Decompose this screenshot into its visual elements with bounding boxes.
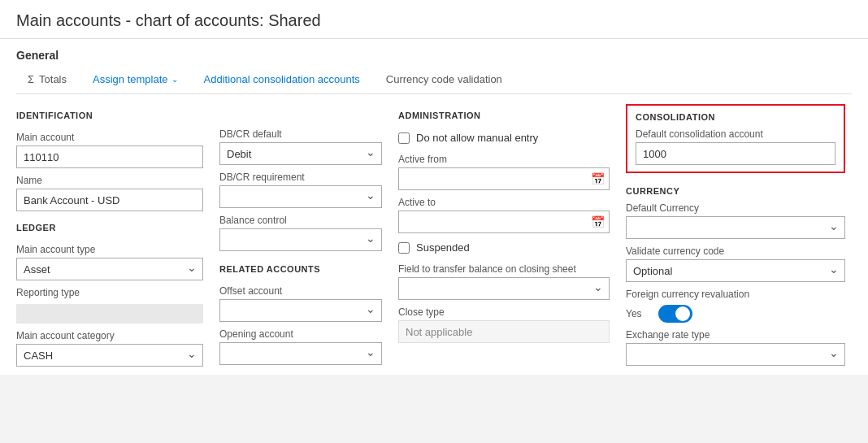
tabs-bar: Σ Totals Assign template ⌄ Additional co… [16,67,852,94]
validate-currency-wrapper[interactable]: Optional Yes No [626,259,845,282]
db-cr-requirement-select[interactable] [219,185,382,208]
main-account-category-wrapper[interactable]: CASH [16,344,203,367]
foreign-revaluation-toggle[interactable] [658,305,692,323]
currency-group-label: CURRENCY [626,186,845,196]
active-to-label: Active to [398,197,610,208]
main-account-label: Main account [16,132,203,143]
sigma-icon: Σ [28,73,34,85]
active-to-wrapper: 📅 [398,211,610,233]
main-account-type-wrapper[interactable]: Asset Liability Revenue Expense [16,258,203,280]
chevron-down-icon: ⌄ [171,75,178,84]
active-from-label: Active from [398,154,610,165]
tab-additional-consolidation[interactable]: Additional consolidation accounts [193,67,371,93]
consolidation-box: CONSOLIDATION Default consolidation acco… [626,104,845,173]
opening-account-select[interactable] [219,342,382,365]
identification-group-label: IDENTIFICATION [16,111,203,120]
main-account-category-label: Main account category [16,330,203,341]
db-cr-requirement-label: DB/CR requirement [219,172,382,183]
main-account-type-label: Main account type [16,244,203,255]
default-currency-label: Default Currency [626,202,845,214]
currency-section: CURRENCY Default Currency Validate curre… [626,180,845,366]
balance-control-select[interactable] [219,228,382,251]
tab-currency-code[interactable]: Currency code validation [375,67,514,93]
reporting-type-label: Reporting type [16,287,203,298]
foreign-revaluation-label: Foreign currency revaluation [626,289,845,300]
ledger-group-label: LEDGER [16,223,203,232]
balance-control-label: Balance control [219,215,382,226]
opening-account-label: Opening account [219,328,382,340]
active-to-input[interactable] [398,211,610,233]
db-cr-default-select[interactable]: Debit Credit [219,142,382,165]
main-account-input[interactable] [16,145,203,168]
col-dbcr: DB/CR default Debit Credit DB/CR require… [219,104,382,367]
exchange-rate-type-wrapper[interactable] [626,343,845,366]
active-from-input[interactable] [398,167,610,190]
form-grid: IDENTIFICATION Main account Name LEDGER … [16,104,852,375]
col-consolidation-currency: CONSOLIDATION Default consolidation acco… [626,104,845,367]
suspended-checkbox[interactable] [398,242,410,254]
field-transfer-select[interactable] [398,277,610,300]
exchange-rate-type-label: Exchange rate type [626,329,845,341]
offset-account-label: Offset account [219,285,382,297]
col-identification: IDENTIFICATION Main account Name LEDGER … [16,104,203,367]
section-label: General [16,39,852,67]
suspended-label[interactable]: Suspended [416,241,470,254]
page-title: Main accounts - chart of accounts: Share… [16,11,852,30]
main-account-category-select[interactable]: CASH [16,344,203,367]
db-cr-requirement-wrapper[interactable] [219,185,382,208]
name-input[interactable] [16,189,203,211]
default-consolidation-label: Default consolidation account [636,128,835,140]
balance-control-wrapper[interactable] [219,228,382,251]
db-cr-default-label: DB/CR default [219,128,382,140]
main-content: General Σ Totals Assign template ⌄ Addit… [0,39,868,375]
close-type-display: Not applicable [398,320,610,343]
default-consolidation-input[interactable] [636,142,835,165]
do-not-allow-row: Do not allow manual entry [398,132,610,144]
main-account-type-select[interactable]: Asset Liability Revenue Expense [16,258,203,280]
validate-currency-select[interactable]: Optional Yes No [626,259,845,282]
toggle-slider [658,305,692,323]
suspended-row: Suspended [398,241,610,254]
field-transfer-label: Field to transfer balance on closing she… [398,263,610,275]
do-not-allow-label[interactable]: Do not allow manual entry [416,132,538,144]
foreign-revaluation-toggle-row: Yes [626,305,845,323]
do-not-allow-checkbox[interactable] [398,132,410,144]
offset-account-select[interactable] [219,299,382,322]
opening-account-wrapper[interactable] [219,342,382,365]
toggle-yes-label: Yes [626,308,650,319]
db-cr-default-wrapper[interactable]: Debit Credit [219,142,382,165]
offset-account-wrapper[interactable] [219,299,382,322]
tab-totals[interactable]: Σ Totals [16,67,78,93]
default-currency-wrapper[interactable] [626,216,845,239]
reporting-type-placeholder [16,304,203,324]
tab-assign-template[interactable]: Assign template ⌄ [81,67,189,93]
administration-group-label: ADMINISTRATION [398,111,610,120]
active-from-wrapper: 📅 [398,167,610,190]
field-transfer-wrapper[interactable] [398,277,610,300]
close-type-label: Close type [398,306,610,318]
exchange-rate-type-select[interactable] [626,343,845,366]
page-header: Main accounts - chart of accounts: Share… [0,0,868,39]
col-administration: ADMINISTRATION Do not allow manual entry… [398,104,610,367]
validate-currency-label: Validate currency code [626,245,845,257]
related-accounts-group-label: RELATED ACCOUNTS [219,264,382,274]
name-label: Name [16,175,203,186]
default-currency-select[interactable] [626,216,845,239]
consolidation-group-label: CONSOLIDATION [636,112,835,122]
